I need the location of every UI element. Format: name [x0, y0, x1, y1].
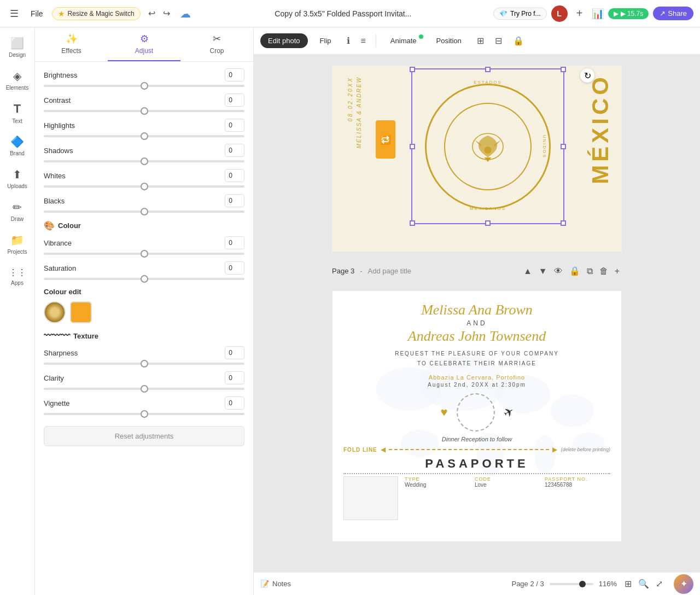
- saturation-thumb[interactable]: [141, 275, 148, 283]
- sharpness-track[interactable]: [44, 363, 244, 365]
- share-button[interactable]: ↗ Share: [653, 7, 693, 20]
- page-lock-button[interactable]: 🔒: [567, 265, 582, 277]
- page-up-button[interactable]: ▲: [521, 265, 534, 277]
- clarity-thumb[interactable]: [141, 385, 148, 393]
- contrast-track[interactable]: [44, 110, 244, 112]
- sidebar-item-design[interactable]: ⬜ Design: [2, 32, 33, 62]
- try-pro-button[interactable]: 💎 Try Pro f...: [493, 8, 547, 20]
- animate-button[interactable]: Animate: [383, 33, 424, 48]
- tab-adjust[interactable]: ⚙ Adjust: [108, 27, 180, 61]
- left-arrow-icon: ◀: [381, 446, 386, 453]
- redo-button[interactable]: ↪: [160, 6, 173, 21]
- clarity-track[interactable]: [44, 388, 244, 390]
- lock-button[interactable]: 🔒: [510, 33, 527, 48]
- cloud-save-icon[interactable]: ☁: [180, 7, 191, 20]
- vignette-thumb[interactable]: [141, 410, 148, 418]
- whites-track[interactable]: [44, 185, 244, 188]
- sel-handle-rm[interactable]: [561, 144, 566, 149]
- colour-swatch-1[interactable]: [44, 301, 66, 323]
- vignette-track[interactable]: [44, 413, 244, 415]
- tab-effects[interactable]: ✨ Effects: [35, 27, 108, 61]
- sidebar-item-text[interactable]: T Text: [2, 97, 33, 128]
- edit-photo-button[interactable]: Edit photo: [260, 33, 308, 48]
- sel-handle-lm[interactable]: [410, 144, 415, 149]
- sel-handle-tm[interactable]: [485, 67, 491, 72]
- blacks-track[interactable]: [44, 211, 244, 213]
- sharpness-thumb[interactable]: [141, 360, 148, 368]
- page-title-input[interactable]: Add page title: [368, 267, 412, 275]
- reset-adjustments-button[interactable]: Reset adjustments: [44, 426, 244, 446]
- clarity-input[interactable]: [225, 371, 244, 384]
- highlights-thumb[interactable]: [141, 132, 148, 140]
- sel-handle-bl[interactable]: [410, 220, 415, 226]
- saturation-input[interactable]: [225, 261, 244, 275]
- sidebar-item-uploads[interactable]: ⬆ Uploads: [2, 163, 33, 194]
- chart-icon[interactable]: 📊: [592, 8, 604, 20]
- brightness-track[interactable]: [44, 85, 244, 87]
- file-menu[interactable]: File: [26, 7, 48, 20]
- sel-handle-tl[interactable]: [410, 67, 415, 72]
- uploads-icon: ⬆: [13, 168, 22, 181]
- highlights-input[interactable]: [225, 119, 244, 132]
- zoom-out-button[interactable]: 🔍: [636, 578, 651, 590]
- list-button[interactable]: ≡: [358, 34, 369, 48]
- zoom-slider[interactable]: [550, 583, 593, 585]
- page-add-button[interactable]: +: [612, 265, 622, 277]
- notes-button[interactable]: 📝 Notes: [260, 580, 291, 588]
- menu-icon[interactable]: ☰: [7, 6, 22, 21]
- canvas-area: Edit photo Flip ℹ ≡ Animate Position ⊞ ⊟…: [254, 27, 700, 595]
- sharpness-input[interactable]: [225, 346, 244, 359]
- highlights-track[interactable]: [44, 135, 244, 137]
- expand-button[interactable]: ⤢: [654, 578, 665, 590]
- shadows-track[interactable]: [44, 160, 244, 162]
- grid-view-button[interactable]: ⊞: [622, 578, 634, 590]
- info-button[interactable]: ℹ: [343, 33, 353, 48]
- sidebar-item-projects[interactable]: 📁 Projects: [2, 229, 33, 259]
- position-button[interactable]: Position: [429, 33, 469, 48]
- sidebar-item-elements[interactable]: ◈ Elements: [2, 65, 33, 95]
- sidebar-item-draw[interactable]: ✏ Draw: [2, 196, 33, 226]
- refresh-icon[interactable]: ↻: [580, 68, 594, 83]
- ai-assistant-button[interactable]: ✦: [674, 574, 693, 594]
- whites-input[interactable]: [225, 169, 244, 182]
- zoom-thumb[interactable]: [579, 581, 586, 587]
- tab-crop[interactable]: ✂ Crop: [180, 27, 253, 61]
- page-down-button[interactable]: ▼: [536, 265, 550, 277]
- vibrance-thumb[interactable]: [141, 250, 148, 258]
- brightness-input[interactable]: [225, 68, 244, 81]
- sel-handle-bm[interactable]: [485, 220, 491, 226]
- sidebar-item-apps[interactable]: ⋮⋮ Apps: [2, 261, 33, 292]
- add-button[interactable]: +: [572, 6, 587, 21]
- filter-icon-button[interactable]: ⊟: [492, 33, 505, 48]
- brightness-thumb[interactable]: [141, 82, 148, 90]
- clarity-label: Clarity: [44, 374, 64, 382]
- undo-button[interactable]: ↩: [145, 6, 159, 21]
- contrast-input[interactable]: [225, 94, 244, 107]
- sel-handle-tr[interactable]: [561, 67, 566, 72]
- user-avatar[interactable]: L: [551, 5, 568, 22]
- page-copy-button[interactable]: ⧉: [585, 265, 595, 277]
- colour-swatch-2[interactable]: [70, 301, 92, 323]
- contrast-thumb[interactable]: [141, 107, 148, 115]
- contrast-label: Contrast: [44, 96, 71, 104]
- brightness-row: Brightness: [44, 68, 244, 87]
- play-button[interactable]: ▶ ▶ 15.7s: [608, 8, 649, 19]
- saturation-track[interactable]: [44, 278, 244, 280]
- magic-switch-button[interactable]: ★ Resize & Magic Switch: [52, 7, 141, 20]
- share-icon: ↗: [660, 9, 666, 18]
- shadows-input[interactable]: [225, 144, 244, 157]
- grid-icon-button[interactable]: ⊞: [474, 33, 487, 48]
- sidebar-item-brand[interactable]: 🔷 Brand: [2, 130, 33, 161]
- adjust-tab-icon: ⚙: [140, 33, 149, 45]
- page-eye-button[interactable]: 👁: [552, 265, 565, 277]
- flip-button[interactable]: Flip: [312, 33, 339, 48]
- vibrance-input[interactable]: [225, 236, 244, 249]
- page-trash-button[interactable]: 🗑: [597, 265, 610, 277]
- whites-thumb[interactable]: [141, 183, 148, 190]
- sel-handle-br[interactable]: [561, 220, 566, 226]
- vignette-input[interactable]: [225, 396, 244, 410]
- vibrance-track[interactable]: [44, 253, 244, 255]
- blacks-input[interactable]: [225, 194, 244, 207]
- shadows-thumb[interactable]: [141, 158, 148, 165]
- blacks-thumb[interactable]: [141, 208, 148, 215]
